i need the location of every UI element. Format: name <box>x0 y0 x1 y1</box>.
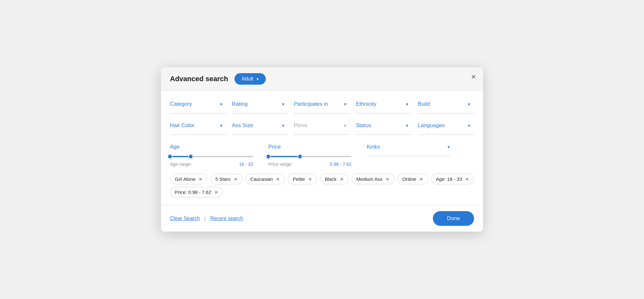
filter-category[interactable]: Category ▾ <box>170 101 226 113</box>
price-slider-group: Price Price range: 0.98 - 7.62 <box>268 144 351 167</box>
age-slider-track-wrapper[interactable] <box>170 153 253 160</box>
tag-girl-alone[interactable]: Girl Alone ✕ <box>170 174 207 184</box>
tags-row-2: Price: 0.98 - 7.62 ✕ <box>170 187 474 197</box>
filter-languages-chevron: ▾ <box>468 123 470 128</box>
tag-caucasian-remove[interactable]: ✕ <box>276 177 280 181</box>
age-slider-thumb-max[interactable] <box>188 154 193 159</box>
tag-online-label: Online <box>402 176 416 182</box>
filter-build-label: Build <box>418 101 430 107</box>
adult-dropdown-btn[interactable]: Adult ▾ <box>234 73 265 85</box>
tag-medium-ass-label: Medium Ass <box>356 176 383 182</box>
price-slider-track <box>268 156 351 157</box>
filter-ass-size-chevron: ▾ <box>282 123 284 128</box>
done-button[interactable]: Done <box>433 211 474 226</box>
price-slider-fill <box>268 156 300 157</box>
filter-category-chevron: ▾ <box>220 102 222 107</box>
age-slider-track <box>170 156 253 157</box>
filter-category-label: Category <box>170 101 192 107</box>
filter-hair-color-label: Hair Color <box>170 122 195 129</box>
tag-price-range[interactable]: Price: 0.98 - 7.62 ✕ <box>170 187 223 197</box>
filter-row-1: Category ▾ Rating ▾ Participates in ▾ Et… <box>170 101 474 113</box>
tag-age-range-remove[interactable]: ✕ <box>465 177 469 181</box>
tag-petite-label: Petite <box>293 176 305 182</box>
tag-online[interactable]: Online ✕ <box>397 174 428 184</box>
price-range-label: Price range: <box>268 162 292 167</box>
tag-price-range-label: Price: 0.98 - 7.62 <box>175 189 211 195</box>
age-slider-title: Age <box>170 144 253 150</box>
kinks-label: Kinks <box>367 144 380 150</box>
advanced-search-modal: Advanced search Adult ▾ × Category ▾ Rat… <box>161 67 483 232</box>
price-slider-thumb-min[interactable] <box>266 154 271 159</box>
tag-black-label: Black <box>325 176 337 182</box>
filter-participates-chevron: ▾ <box>344 102 346 107</box>
tag-price-range-remove[interactable]: ✕ <box>214 190 218 195</box>
filter-languages[interactable]: Languages ▾ <box>418 122 474 135</box>
clear-search-button[interactable]: Clear Search <box>170 216 200 221</box>
age-slider-group: Age Age range: 18 - 33 <box>170 144 253 167</box>
filter-participates-label: Participates in <box>294 101 328 107</box>
price-slider-title: Price <box>268 144 351 150</box>
filter-participates[interactable]: Participates in ▾ <box>294 101 350 113</box>
filter-build-chevron: ▾ <box>468 102 470 107</box>
filter-rating-chevron: ▾ <box>282 102 284 107</box>
filter-rating[interactable]: Rating ▾ <box>232 101 288 113</box>
age-range-value: 18 - 33 <box>239 162 253 167</box>
filter-ethnicity-label: Ethnicity <box>356 101 376 107</box>
filter-ass-size[interactable]: Ass Size ▾ <box>232 122 288 135</box>
tag-5-stars-remove[interactable]: ✕ <box>234 177 238 181</box>
filter-penis-chevron: ▾ <box>344 123 346 128</box>
kinks-group[interactable]: Kinks ▾ <box>367 144 450 156</box>
adult-btn-label: Adult <box>241 76 253 82</box>
filter-build[interactable]: Build ▾ <box>418 101 474 113</box>
tag-age-range-label: Age: 18 - 33 <box>436 176 462 182</box>
filter-status[interactable]: Status ▾ <box>356 122 412 135</box>
filter-languages-label: Languages <box>418 122 445 129</box>
filter-hair-color-chevron: ▾ <box>220 123 222 128</box>
filter-hair-color[interactable]: Hair Color ▾ <box>170 122 226 135</box>
adult-chevron-icon: ▾ <box>257 77 259 81</box>
filter-row-2: Hair Color ▾ Ass Size ▾ Penis ▾ Status <box>170 122 474 135</box>
modal-title: Advanced search <box>170 75 228 83</box>
kinks-chevron: ▾ <box>448 144 450 150</box>
price-slider-thumb-max[interactable] <box>297 154 303 159</box>
tag-medium-ass-remove[interactable]: ✕ <box>386 177 389 181</box>
tag-caucasian[interactable]: Caucasian ✕ <box>246 174 285 184</box>
modal-header: Advanced search Adult ▾ × <box>161 67 483 91</box>
tag-5-stars[interactable]: 5 Stars ✕ <box>211 174 242 184</box>
age-slider-fill <box>170 156 191 157</box>
footer-divider: | <box>204 215 206 222</box>
recent-search-button[interactable]: Recent search <box>210 216 243 221</box>
tag-online-remove[interactable]: ✕ <box>419 177 423 181</box>
tag-black[interactable]: Black ✕ <box>320 174 349 184</box>
filter-ethnicity-chevron: ▾ <box>406 102 408 107</box>
tag-petite[interactable]: Petite ✕ <box>288 174 317 184</box>
age-range-text: Age range: 18 - 33 <box>170 162 253 167</box>
price-range-text: Price range: 0.98 - 7.62 <box>268 162 351 167</box>
tag-5-stars-label: 5 Stars <box>215 176 231 182</box>
tag-girl-alone-label: Girl Alone <box>175 176 195 182</box>
tag-age-range[interactable]: Age: 18 - 33 ✕ <box>431 174 474 184</box>
filter-penis-label: Penis <box>294 122 308 129</box>
age-range-label: Age range: <box>170 162 192 167</box>
filter-status-chevron: ▾ <box>406 123 408 128</box>
filter-penis[interactable]: Penis ▾ <box>294 122 350 135</box>
tag-petite-remove[interactable]: ✕ <box>308 177 312 181</box>
close-button[interactable]: × <box>471 73 476 81</box>
filter-ethnicity[interactable]: Ethnicity ▾ <box>356 101 412 113</box>
age-slider-thumb-min[interactable] <box>167 154 172 159</box>
footer-left: Clear Search | Recent search <box>170 215 243 222</box>
modal-body: Category ▾ Rating ▾ Participates in ▾ Et… <box>161 91 483 205</box>
tag-caucasian-label: Caucasian <box>250 176 273 182</box>
tag-medium-ass[interactable]: Medium Ass ✕ <box>352 174 395 184</box>
price-range-value: 0.98 - 7.62 <box>330 162 351 167</box>
sliders-row: Age Age range: 18 - 33 Price <box>170 144 474 167</box>
filter-rating-label: Rating <box>232 101 248 107</box>
filter-ass-size-label: Ass Size <box>232 122 253 129</box>
price-slider-track-wrapper[interactable] <box>268 153 351 160</box>
tag-black-remove[interactable]: ✕ <box>340 177 344 181</box>
modal-footer: Clear Search | Recent search Done <box>161 205 483 232</box>
tags-row: Girl Alone ✕ 5 Stars ✕ Caucasian ✕ Petit… <box>170 174 474 184</box>
tag-girl-alone-remove[interactable]: ✕ <box>199 177 203 181</box>
filter-status-label: Status <box>356 122 371 129</box>
